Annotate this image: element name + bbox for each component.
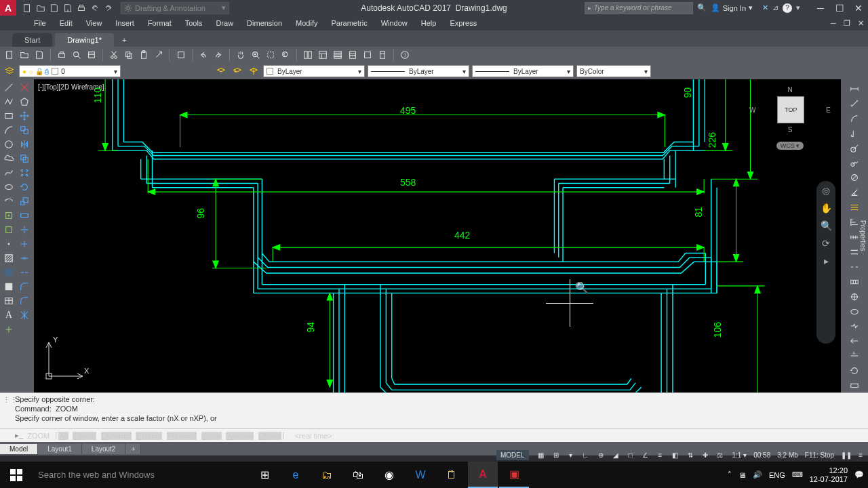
mirror-icon[interactable] xyxy=(17,138,32,151)
qat-open-icon[interactable] xyxy=(34,2,47,14)
viewcube[interactable]: N W TOP E S WCS ▾ xyxy=(749,86,831,150)
qat-undo-icon[interactable] xyxy=(88,2,102,14)
menu-insert[interactable]: Insert xyxy=(108,16,141,30)
menu-modify[interactable]: Modify xyxy=(289,16,324,30)
dimstyle-icon[interactable] xyxy=(847,379,862,392)
tray-network-icon[interactable]: 🖥 xyxy=(738,471,746,479)
dimupdate-icon[interactable] xyxy=(847,364,862,378)
help-icon[interactable]: ? xyxy=(398,48,412,62)
extend-icon[interactable] xyxy=(17,237,32,251)
tab-start[interactable]: Start xyxy=(12,33,52,47)
save-icon[interactable] xyxy=(33,48,46,62)
cmd-opt-object[interactable]: Object xyxy=(258,432,281,440)
signin-button[interactable]: 👤 Sign In ▾ xyxy=(711,3,753,12)
layerstate-icon[interactable] xyxy=(247,64,260,78)
zoom-prev-icon[interactable] xyxy=(279,48,292,62)
dimord-icon[interactable] xyxy=(847,127,862,140)
break-icon[interactable] xyxy=(17,251,32,265)
mdi-restore[interactable]: ❐ xyxy=(841,18,853,28)
word-icon[interactable]: W xyxy=(406,462,435,488)
stretch-icon[interactable] xyxy=(17,209,32,222)
model-viewport[interactable]: [-][Top][2D Wireframe] xyxy=(34,79,868,392)
store-icon[interactable]: 🛍 xyxy=(343,462,373,488)
infocenter-search-icon[interactable]: 🔍 xyxy=(697,3,707,12)
isodraft-icon[interactable]: ◢ xyxy=(610,451,621,459)
status-customize-icon[interactable]: ≡ xyxy=(859,451,863,459)
showmotion-icon[interactable]: ▸ xyxy=(820,256,832,268)
redo-icon[interactable] xyxy=(212,48,225,62)
polyline-icon[interactable] xyxy=(1,95,16,108)
layerprev-icon[interactable] xyxy=(231,64,244,78)
notifications-icon[interactable]: 💬 xyxy=(854,470,864,479)
trim-icon[interactable] xyxy=(17,223,32,237)
cycling-icon[interactable]: ⇅ xyxy=(685,451,696,459)
pan-icon[interactable]: ✋ xyxy=(820,203,832,215)
viewcube-n[interactable]: N xyxy=(749,86,831,94)
cmd-opt-window[interactable]: Window xyxy=(226,432,254,440)
dimjogline-icon[interactable] xyxy=(847,320,862,333)
offset-icon[interactable] xyxy=(17,152,32,165)
array-icon[interactable] xyxy=(17,166,32,180)
menu-help[interactable]: Help xyxy=(414,16,443,30)
preview-icon[interactable] xyxy=(70,48,83,62)
blockeditor-icon[interactable] xyxy=(174,48,188,62)
explorer-icon[interactable]: 🗂 xyxy=(312,462,342,488)
qat-print-icon[interactable] xyxy=(75,2,88,14)
line-icon[interactable] xyxy=(1,81,16,94)
dimradius-icon[interactable] xyxy=(847,142,862,155)
qat-saveas-icon[interactable] xyxy=(61,2,75,14)
insert-icon[interactable] xyxy=(1,209,16,222)
menu-edit[interactable]: Edit xyxy=(53,16,79,30)
cmd-opt-dynamic[interactable]: Dynamic xyxy=(101,432,132,440)
region-icon[interactable] xyxy=(1,280,16,293)
grid-icon[interactable]: ▦ xyxy=(536,451,547,459)
dimbreak-icon[interactable] xyxy=(847,260,862,274)
designcenter-icon[interactable] xyxy=(316,48,330,62)
color-dropdown[interactable]: ByLayer ▾ xyxy=(263,65,365,77)
command-input[interactable]: ▸_ ZOOM [ All Center Dynamic Extents Pre… xyxy=(0,428,868,442)
viewcube-top[interactable]: TOP xyxy=(777,96,804,123)
matchprop-icon[interactable] xyxy=(152,48,165,62)
plotstyle-dropdown[interactable]: ByColor ▾ xyxy=(576,65,651,77)
status-f11[interactable]: F11: Stop xyxy=(805,451,834,459)
tab-drawing1[interactable]: Drawing1* xyxy=(55,33,114,47)
orbit-icon[interactable]: ⟳ xyxy=(820,238,832,250)
sheet-icon[interactable] xyxy=(346,48,359,62)
windows-search[interactable]: Search the web and Windows xyxy=(33,470,236,480)
open-icon[interactable] xyxy=(18,48,31,62)
start-button[interactable] xyxy=(0,462,33,488)
wcs-badge[interactable]: WCS ▾ xyxy=(776,142,804,150)
zoom-icon[interactable]: 🔍 xyxy=(820,220,832,232)
polar-icon[interactable]: ⊕ xyxy=(595,451,606,459)
cmd-opt-center[interactable]: Center xyxy=(73,432,96,440)
layer-dropdown[interactable]: ● ☼ 🔓 ⎙ 0 ▾ xyxy=(19,65,121,77)
taskview-icon[interactable]: ⊞ xyxy=(250,462,279,488)
gradient-icon[interactable] xyxy=(1,266,16,279)
new-icon[interactable] xyxy=(3,48,16,62)
addselected-icon[interactable] xyxy=(1,323,16,336)
table-icon[interactable] xyxy=(1,294,16,308)
chrome-icon[interactable]: ◉ xyxy=(374,462,404,488)
status-pause-icon[interactable]: ❚❚ xyxy=(841,451,852,459)
copy-icon[interactable] xyxy=(122,48,136,62)
point-icon[interactable] xyxy=(1,237,16,251)
navwheel-icon[interactable]: ◎ xyxy=(820,185,832,197)
annoscale-icon[interactable]: ⚖ xyxy=(715,451,726,459)
maximize-button[interactable]: ☐ xyxy=(830,0,849,16)
dimdiameter-icon[interactable] xyxy=(847,171,862,184)
explode-icon[interactable] xyxy=(17,308,32,322)
cut-icon[interactable] xyxy=(107,48,121,62)
status-model[interactable]: MODEL xyxy=(496,450,529,460)
edge-icon[interactable]: e xyxy=(281,462,311,488)
menu-file[interactable]: File xyxy=(27,16,53,30)
dimangular-icon[interactable] xyxy=(847,186,862,199)
cmd-handle-icon[interactable]: ⋮⋮ xyxy=(3,396,18,405)
menu-format[interactable]: Format xyxy=(141,16,178,30)
ortho-icon[interactable]: ∟ xyxy=(580,451,591,459)
lwt-icon[interactable]: ≡ xyxy=(655,451,666,459)
join-icon[interactable] xyxy=(17,266,32,279)
chamfer-icon[interactable] xyxy=(17,280,32,293)
qat-save-icon[interactable] xyxy=(47,2,61,14)
circle-icon[interactable] xyxy=(1,138,16,151)
menu-window[interactable]: Window xyxy=(374,16,414,30)
